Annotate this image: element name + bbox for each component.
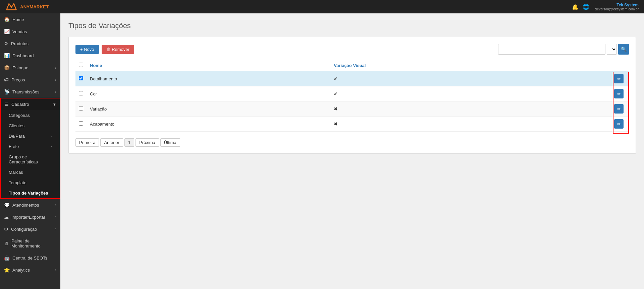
edit-button[interactable]: ✏ [614, 74, 624, 83]
submenu-item-de-para[interactable]: De/Para › [1, 131, 60, 141]
remover-button[interactable]: 🗑 Remover [102, 45, 134, 54]
atendimentos-icon: 💬 [4, 202, 10, 208]
dashboard-icon: 📊 [4, 53, 10, 58]
sidebar-item-cadastro[interactable]: ☰ Cadastro ▾ [1, 98, 60, 110]
row-checkbox-cell [75, 86, 87, 101]
page-title: Tipos de Variações [68, 21, 636, 30]
header-icons: 🔔 🌐 [572, 4, 589, 10]
sbots-icon: 🤖 [4, 255, 10, 261]
sidebar-item-produtos[interactable]: ⚙ Produtos [0, 38, 60, 50]
cadastro-section: ☰ Cadastro ▾ Categorias Clientes De/Para… [0, 98, 60, 199]
submenu-item-clientes[interactable]: Clientes [1, 121, 60, 131]
sidebar-label-vendas: Vendas [12, 29, 27, 34]
anymarket-text-logo: ANYMARKET [20, 3, 54, 11]
edit-button[interactable]: ✏ [614, 89, 624, 98]
primeira-button[interactable]: Primeira [75, 138, 99, 147]
sidebar-label-painel: Painel de Monitoramento [11, 238, 56, 248]
notification-icon[interactable]: 🔔 [572, 4, 579, 10]
pagination: Primeira Anterior 1 Próxima Última [75, 138, 629, 147]
sidebar-item-transmissoes[interactable]: 📡 Transmissões › [0, 86, 60, 98]
sidebar-item-central-sbots[interactable]: 🤖 Central de SBOTs [0, 252, 60, 264]
data-table: Nome Variação Visual Detalhamento✔✏Cor✔✏… [75, 60, 629, 132]
submenu-item-marcas[interactable]: Marcas [1, 167, 60, 177]
submenu-label-clientes: Clientes [9, 123, 24, 128]
th-nome: Nome [87, 60, 330, 71]
user-info: Tek System cleverson@teksystem.com.br [595, 3, 639, 11]
submenu-item-template[interactable]: Template [1, 177, 60, 188]
row-checkbox[interactable] [79, 76, 83, 80]
configuracao-icon: ⚙ [4, 226, 8, 232]
proxima-button[interactable]: Próxima [136, 138, 159, 147]
search-button[interactable]: 🔍 [618, 44, 629, 55]
sidebar-item-precos[interactable]: 🏷 Preços › [0, 74, 60, 86]
sidebar-item-home[interactable]: 🏠 Home [0, 13, 60, 25]
edit-button[interactable]: ✏ [614, 104, 624, 114]
row-variacao-visual: ✔ [330, 71, 609, 86]
row-variacao-visual: ✖ [330, 117, 609, 132]
row-checkbox[interactable] [79, 91, 83, 95]
cross-icon: ✖ [334, 121, 338, 127]
atendimentos-arrow: › [55, 203, 56, 207]
user-email: cleverson@teksystem.com.br [595, 7, 639, 11]
row-checkbox[interactable] [79, 121, 83, 126]
novo-button[interactable]: + Novo [75, 45, 99, 54]
row-actions: ✏ [609, 101, 629, 117]
submenu-item-tipos-variacoes[interactable]: Tipos de Variações [1, 188, 60, 198]
sidebar-item-atendimentos[interactable]: 💬 Atendimentos › [0, 199, 60, 211]
submenu-label-categorias: Categorias [9, 113, 30, 118]
sidebar-label-home: Home [12, 17, 24, 22]
submenu-item-grupo-caracteristicas[interactable]: Grupo de Características [1, 152, 60, 167]
current-page[interactable]: 1 [124, 138, 134, 147]
row-checkbox-cell [75, 71, 87, 86]
analytics-arrow: › [55, 268, 56, 272]
content-panel: + Novo 🗑 Remover 🔍 [68, 37, 636, 154]
produtos-icon: ⚙ [4, 41, 8, 46]
sidebar-item-importar-exportar[interactable]: ☁ Importar/Exportar › [0, 211, 60, 223]
row-nome: Detalhamento [87, 71, 330, 86]
cadastro-icon: ☰ [5, 102, 9, 107]
sidebar-item-vendas[interactable]: 📈 Vendas [0, 25, 60, 38]
sidebar-item-dashboard[interactable]: 📊 Dashboard [0, 50, 60, 62]
sidebar-item-estoque[interactable]: 📦 Estoque › [0, 62, 60, 74]
search-select[interactable] [607, 44, 617, 55]
toolbar: + Novo 🗑 Remover 🔍 [75, 44, 629, 55]
transmissoes-icon: 📡 [4, 89, 10, 94]
row-nome: Cor [87, 86, 330, 101]
sidebar-item-configuracao[interactable]: ⚙ Configuração › [0, 223, 60, 235]
analytics-icon: ⭐ [4, 267, 10, 273]
row-actions: ✏ [609, 86, 629, 101]
sidebar-item-analytics[interactable]: ⭐ Analytics › [0, 264, 60, 276]
row-checkbox-cell [75, 101, 87, 117]
row-actions: ✏ [609, 117, 629, 132]
row-variacao-visual: ✖ [330, 101, 609, 117]
top-header: ANYMARKET 🔔 🌐 Tek System cleverson@teksy… [0, 0, 644, 13]
submenu-label-template: Template [9, 180, 26, 185]
ultima-button[interactable]: Última [160, 138, 180, 147]
row-variacao-visual: ✔ [330, 86, 609, 101]
sidebar-label-transmissoes: Transmissões [12, 89, 39, 94]
search-input[interactable] [498, 44, 605, 55]
painel-icon: 🖥 [4, 241, 9, 246]
row-nome: Acabamento [87, 117, 330, 132]
content-area: Tipos de Variações + Novo 🗑 Remover 🔍 [60, 13, 644, 289]
home-icon: 🏠 [4, 17, 10, 22]
precos-arrow: › [55, 78, 56, 82]
submenu-label-de-para: De/Para [9, 134, 25, 139]
check-icon: ✔ [334, 76, 338, 81]
submenu-item-frete[interactable]: Frete › [1, 141, 60, 152]
frete-arrow: › [51, 145, 52, 148]
globe-icon[interactable]: 🌐 [583, 4, 589, 10]
sidebar-label-importar: Importar/Exportar [11, 215, 45, 220]
sidebar-item-painel-monitoramento[interactable]: 🖥 Painel de Monitoramento [0, 235, 60, 252]
sidebar-label-analytics: Analytics [12, 268, 30, 273]
row-checkbox[interactable] [79, 106, 83, 111]
de-para-arrow: › [51, 134, 52, 138]
anterior-button[interactable]: Anterior [100, 138, 123, 147]
submenu-label-marcas: Marcas [9, 170, 23, 175]
row-nome: Variação [87, 101, 330, 117]
check-icon: ✔ [334, 91, 338, 96]
sidebar-label-atendimentos: Atendimentos [12, 203, 39, 208]
edit-button[interactable]: ✏ [614, 119, 624, 129]
submenu-item-categorias[interactable]: Categorias [1, 110, 60, 121]
select-all-checkbox[interactable] [79, 63, 83, 67]
